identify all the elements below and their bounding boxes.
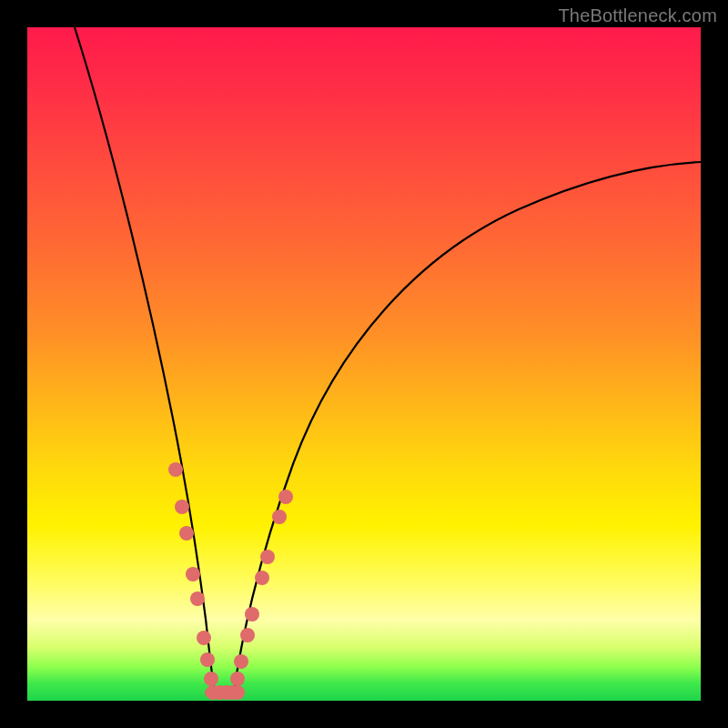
bead <box>179 526 194 541</box>
bead <box>230 672 245 686</box>
bead <box>190 592 205 606</box>
curve-right-branch <box>234 162 701 693</box>
bead <box>245 607 259 622</box>
plot-area <box>27 27 701 701</box>
bead <box>200 652 215 667</box>
bead <box>234 654 248 669</box>
watermark-text: TheBottleneck.com <box>558 5 717 26</box>
bead <box>168 462 183 477</box>
beads-left <box>168 462 218 686</box>
bead <box>255 571 269 585</box>
bead <box>240 628 255 642</box>
bead <box>197 631 211 645</box>
bead <box>260 550 275 564</box>
bead <box>204 672 218 686</box>
beads-floor <box>206 685 245 700</box>
chart-frame: TheBottleneck.com <box>0 0 728 728</box>
bead <box>186 567 200 581</box>
bead <box>175 500 189 514</box>
bead <box>278 490 293 504</box>
beads-right <box>230 490 293 686</box>
bead <box>230 685 245 700</box>
curve-layer <box>27 27 701 701</box>
bead <box>272 510 287 524</box>
